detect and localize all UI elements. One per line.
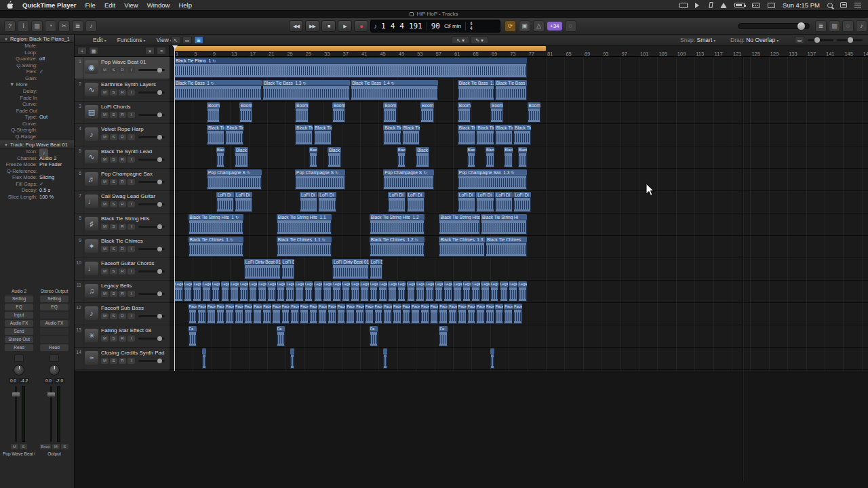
region-black-tie[interactable]: Black Tie xyxy=(476,125,494,145)
track-param-row[interactable]: Channel:Audio 2 xyxy=(0,155,74,162)
track-i-button[interactable]: I xyxy=(127,179,135,185)
region-legacy[interactable]: Legacy xyxy=(258,281,267,302)
track-s-button[interactable]: S xyxy=(110,313,117,319)
region-faceoff[interactable]: Faceoff xyxy=(402,304,411,324)
mirroring-icon[interactable] xyxy=(679,3,688,8)
track-m-button[interactable]: M xyxy=(101,112,108,118)
region-legacy[interactable]: Legacy xyxy=(249,281,258,302)
region-legacy[interactable]: Legacy xyxy=(332,281,341,302)
region-black-tie-chimes[interactable]: Black Tie Chimes xyxy=(486,237,527,257)
region-black-tie-string-hits-1-1[interactable]: Black Tie String Hits_1.1 xyxy=(277,214,332,235)
region-faceoff[interactable]: Faceoff xyxy=(458,304,467,324)
region-legacy[interactable]: Legacy xyxy=(481,281,490,302)
region-legacy[interactable]: Legacy xyxy=(370,281,378,302)
horizontal-zoom-slider[interactable] xyxy=(808,39,833,41)
control-center-icon[interactable] xyxy=(840,2,847,8)
track-m-button[interactable]: M xyxy=(101,134,108,140)
region-more-param-row[interactable]: Q-Strength: xyxy=(0,127,74,134)
region-legacy[interactable]: Legacy xyxy=(462,281,471,302)
region-black-tie-chimes-1-1[interactable]: Black Tie Chimes_1.1↻ xyxy=(277,237,332,257)
track-s-button[interactable]: S xyxy=(110,268,117,274)
track-header-12[interactable]: 12♪Faceoff Sub BassMSRI xyxy=(75,303,170,325)
track-volume-knob[interactable] xyxy=(157,269,162,274)
region-faceoff[interactable]: Faceoff xyxy=(476,304,485,324)
track-s-button[interactable]: S xyxy=(110,201,117,207)
track-header-4[interactable]: 4♪Velvet Rope HarpMSRI xyxy=(75,124,170,146)
track-s-button[interactable]: S xyxy=(110,112,117,118)
strip-slot-eq[interactable]: EQ xyxy=(5,304,33,310)
region-faceoff[interactable]: Faceoff xyxy=(272,304,281,324)
strip-bnce-button[interactable]: Bnce xyxy=(40,444,51,449)
track-i-button[interactable]: I xyxy=(127,224,135,230)
cycle-button[interactable]: ⟳ xyxy=(505,20,516,32)
track-header-9[interactable]: 9✦Black Tie ChimesMSRI xyxy=(75,236,170,258)
track-volume-slider[interactable] xyxy=(138,360,165,362)
region-faceoff[interactable]: Faceoff xyxy=(411,304,420,324)
lcd-tempo[interactable]: 90 xyxy=(431,22,440,30)
strip-slot-read[interactable]: Read xyxy=(40,344,68,351)
region-lofi-dirt[interactable]: LoFi Dirt xyxy=(281,259,295,279)
forward-button[interactable]: ▶▶ xyxy=(305,20,319,32)
battery-icon[interactable] xyxy=(734,3,745,7)
track-m-button[interactable]: M xyxy=(101,179,108,185)
track-r-button[interactable]: R xyxy=(119,358,126,364)
region-legacy[interactable]: Legacy xyxy=(443,281,452,302)
track-header-14[interactable]: 14≈Closing Credits Synth PadMSRI xyxy=(75,348,170,370)
track-header-5[interactable]: 5∿Black Tie Synth LeadMSRI xyxy=(75,146,170,169)
track-header-8[interactable]: 8♯Black Tie String HitsMSRI xyxy=(75,214,170,236)
snap-dropdown[interactable]: Snap: Smart▾ xyxy=(680,35,715,46)
lcd-key[interactable]: C♯ min xyxy=(444,23,461,29)
lcd-div[interactable]: 4 xyxy=(399,22,404,30)
track-i-button[interactable]: I xyxy=(127,358,135,364)
track-header-6[interactable]: 6♬Pop Champagne SaxMSRI xyxy=(75,169,170,191)
track-volume-knob[interactable] xyxy=(157,157,162,162)
region-more-param-row[interactable]: Fade In xyxy=(0,95,74,102)
region-lofi-di[interactable]: LoFi Di xyxy=(458,192,475,212)
track-header-13[interactable]: 13✳Falling Star Effect 08MSRI xyxy=(75,325,170,348)
region-faceoff[interactable]: Faceoff xyxy=(262,304,271,324)
region-legacy[interactable]: Legacy xyxy=(435,281,443,302)
menu-window[interactable]: Window xyxy=(147,1,170,9)
volume-fader[interactable] xyxy=(47,386,62,442)
region-faceoff[interactable]: Faceoff xyxy=(197,304,206,324)
strip-slot-input[interactable]: Input xyxy=(5,312,33,319)
region-faceoff[interactable]: Faceoff xyxy=(290,304,299,324)
region-faceoff[interactable]: Faceoff xyxy=(439,304,448,324)
region-black-tie[interactable]: Black Tie xyxy=(295,125,313,145)
mixer-view-button[interactable]: ▥ xyxy=(829,20,840,32)
region-param-row[interactable]: Flex:✓ xyxy=(0,68,74,75)
track-s-button[interactable]: S xyxy=(110,224,117,230)
region-fa[interactable]: Fa xyxy=(189,326,197,346)
region-faceoff[interactable]: Faceoff xyxy=(430,304,439,324)
region-legacy[interactable]: Legacy xyxy=(304,281,313,302)
region-faceoff[interactable]: Faceoff xyxy=(383,304,392,324)
region-black[interactable]: Black xyxy=(397,147,406,167)
region-boom[interactable]: Boom xyxy=(528,102,541,123)
volume-icon[interactable] xyxy=(695,3,702,8)
region-legacy[interactable]: Legacy xyxy=(453,281,462,302)
region-faceoff[interactable]: Faceoff xyxy=(328,304,336,324)
strip-slot-audio-fx[interactable]: Audio FX xyxy=(40,320,68,327)
strip-m-button[interactable]: M xyxy=(11,444,18,449)
track-param-row[interactable]: Slice Length:100 % xyxy=(0,194,74,201)
region-lofi-di[interactable]: LoFi Di xyxy=(235,192,252,212)
track-s-button[interactable]: S xyxy=(110,179,117,185)
vertical-zoom-slider[interactable] xyxy=(837,39,863,41)
menu-edit[interactable]: Edit xyxy=(104,1,115,9)
track-m-button[interactable]: M xyxy=(101,246,108,252)
region-black-tie[interactable]: Black Tie xyxy=(383,125,401,145)
track-header-11[interactable]: 11♫Legacy BellsMSRI xyxy=(75,281,170,303)
pan-knob[interactable] xyxy=(14,365,24,375)
track-param-row[interactable]: Q-Reference: xyxy=(0,168,74,175)
track-m-button[interactable]: M xyxy=(101,157,108,163)
region-more-param-row[interactable]: Type:Out xyxy=(0,114,74,121)
track-volume-slider[interactable] xyxy=(138,338,165,340)
track-volume-knob[interactable] xyxy=(157,314,162,319)
cycle-region[interactable] xyxy=(174,46,546,51)
track-volume-knob[interactable] xyxy=(157,180,162,184)
wifi-icon[interactable] xyxy=(720,3,727,8)
region-faceoff[interactable]: Faceoff xyxy=(318,304,327,324)
menu-app-name[interactable]: QuickTime Player xyxy=(22,1,77,9)
sort-tracks-button[interactable]: ▾ xyxy=(145,47,155,55)
region-faceoff[interactable]: Faceoff xyxy=(300,304,309,324)
